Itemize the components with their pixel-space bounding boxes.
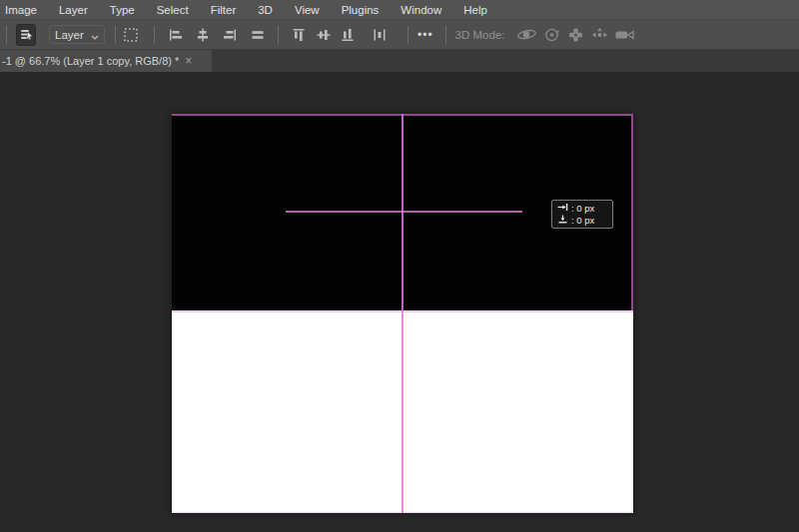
align-horizontal-centers-icon (195, 27, 211, 43)
menu-view[interactable]: View (295, 0, 331, 20)
menu-plugins[interactable]: Plugins (342, 0, 391, 20)
horizontal-distance-row: : 0 px (557, 203, 607, 214)
align-right-edges-button[interactable] (222, 24, 238, 46)
separator (278, 26, 279, 44)
pan-3d-button[interactable] (567, 24, 584, 46)
workspace: : 0 px : 0 px (0, 73, 799, 532)
dolly-3d-icon (614, 28, 635, 42)
align-bottom-edges-icon (340, 27, 356, 43)
align-right-edges-icon (222, 27, 238, 43)
show-transform-controls-button[interactable] (123, 24, 139, 46)
align-bottom-edges-button[interactable] (340, 24, 356, 46)
separator (6, 26, 7, 44)
menu-filter[interactable]: Filter (211, 0, 248, 20)
layers-cursor-icon (19, 27, 34, 42)
dotted-square-icon (123, 27, 139, 43)
roll-3d-icon (543, 27, 560, 43)
slide-3d-button[interactable] (591, 24, 608, 46)
photoshop-window: Image Layer Type Select Filter 3D View P… (0, 0, 799, 532)
menu-window[interactable]: Window (400, 0, 452, 20)
vertical-distance-value: : 0 px (571, 215, 594, 226)
separator (115, 26, 116, 44)
align-vertical-centers-icon (316, 27, 332, 43)
horizontal-distance-value: : 0 px (571, 203, 594, 214)
separator (154, 26, 155, 44)
align-left-edges-icon (168, 27, 184, 43)
menu-select[interactable]: Select (157, 0, 200, 20)
dolly-3d-button[interactable] (614, 24, 635, 46)
menu-layer[interactable]: Layer (59, 0, 99, 20)
arrow-down-to-bar-icon (557, 215, 568, 226)
align-left-edges-button[interactable] (168, 24, 184, 46)
canvas[interactable] (172, 114, 633, 513)
menu-3d[interactable]: 3D (258, 0, 284, 20)
auto-select-button[interactable] (16, 24, 36, 46)
smart-guide-measure-line (286, 211, 522, 213)
align-top-edges-icon (291, 27, 307, 43)
distribute-vertical-centers-icon (250, 27, 266, 43)
arrow-right-to-bar-icon (557, 203, 568, 214)
slide-3d-icon (591, 27, 608, 43)
menu-help[interactable]: Help (463, 0, 498, 20)
separator (445, 26, 446, 44)
chevron-down-icon (91, 26, 99, 44)
orbit-3d-icon (516, 27, 537, 42)
vertical-guide[interactable] (401, 114, 403, 513)
menu-image[interactable]: Image (5, 0, 48, 20)
auto-select-target-dropdown[interactable]: Layer (49, 25, 105, 44)
close-icon[interactable]: × (185, 55, 192, 67)
distribute-horizontal-centers-icon (372, 27, 388, 43)
auto-select-target-value: Layer (55, 29, 84, 41)
distribute-horizontal-centers-button[interactable] (372, 24, 388, 46)
pan-3d-icon (567, 27, 584, 43)
layer-bounding-box-right (631, 114, 633, 311)
distribute-vertical-centers-button[interactable] (250, 24, 266, 46)
options-bar: Layer (0, 20, 799, 50)
roll-3d-button[interactable] (543, 24, 560, 46)
align-vertical-centers-button[interactable] (316, 24, 332, 46)
separator (407, 26, 408, 44)
align-top-edges-button[interactable] (291, 24, 307, 46)
vertical-distance-row: : 0 px (557, 215, 607, 226)
document-tab-bar: -1 @ 66.7% (Layer 1 copy, RGB/8) * × (0, 50, 799, 72)
3d-mode-label: 3D Mode: (455, 29, 505, 41)
measurement-tooltip: : 0 px : 0 px (551, 200, 613, 229)
document-tab-title: -1 @ 66.7% (Layer 1 copy, RGB/8) * (2, 55, 179, 67)
menu-type[interactable]: Type (110, 0, 146, 20)
menu-bar: Image Layer Type Select Filter 3D View P… (0, 0, 799, 20)
more-align-options-button[interactable]: ••• (417, 28, 433, 42)
orbit-3d-button[interactable] (516, 24, 537, 46)
align-horizontal-centers-button[interactable] (195, 24, 211, 46)
document-tab[interactable]: -1 @ 66.7% (Layer 1 copy, RGB/8) * × (0, 50, 212, 72)
